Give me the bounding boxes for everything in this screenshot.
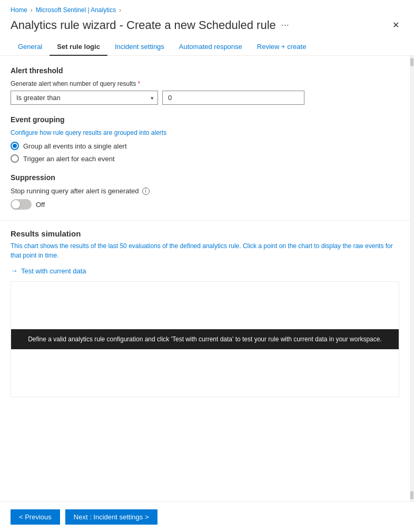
- suppression-label: Stop running query after alert is genera…: [11, 187, 139, 195]
- radio-group-all[interactable]: Group all events into a single alert: [11, 142, 399, 150]
- radio-trigger-each-indicator: [11, 154, 19, 163]
- info-icon[interactable]: i: [142, 188, 150, 195]
- page-title-bar: Analytics rule wizard - Create a new Sch…: [0, 16, 414, 38]
- toggle-knob: [12, 200, 20, 209]
- tabs-bar: General Set rule logic Incident settings…: [0, 38, 414, 56]
- breadcrumb-sep-2: ›: [118, 7, 122, 13]
- radio-trigger-each[interactable]: Trigger an alert for each event: [11, 154, 399, 163]
- toggle-row: Off: [11, 199, 399, 210]
- results-simulation-section: Results simulation This chart shows the …: [11, 229, 399, 397]
- breadcrumb: Home › Microsoft Sentinel | Analytics ›: [0, 0, 414, 16]
- results-desc-highlight: last 50 evaluations: [108, 242, 160, 250]
- test-with-current-data-link[interactable]: → Test with current data: [11, 267, 399, 275]
- content-area: Alert threshold Generate alert when numb…: [0, 56, 410, 501]
- breadcrumb-sep-1: ›: [29, 7, 34, 13]
- scrollbar-thumb-top[interactable]: [410, 58, 413, 66]
- required-marker: *: [137, 80, 140, 87]
- tab-automated-response[interactable]: Automated response: [172, 38, 250, 56]
- suppression-title: Suppression: [11, 173, 399, 182]
- breadcrumb-sentinel[interactable]: Microsoft Sentinel | Analytics: [36, 6, 116, 14]
- event-grouping-title: Event grouping: [11, 115, 399, 124]
- chart-message: Define a valid analytics rule configurat…: [11, 329, 399, 349]
- tab-set-rule-logic[interactable]: Set rule logic: [50, 38, 107, 56]
- radio-group-all-label: Group all events into a single alert: [23, 142, 127, 150]
- previous-button[interactable]: < Previous: [11, 509, 60, 525]
- tab-review-create[interactable]: Review + create: [250, 38, 314, 56]
- breadcrumb-home[interactable]: Home: [11, 6, 27, 14]
- main-content: Alert threshold Generate alert when numb…: [0, 56, 414, 501]
- event-grouping-options: Group all events into a single alert Tri…: [11, 142, 399, 163]
- suppression-toggle[interactable]: [11, 199, 32, 210]
- threshold-number-input[interactable]: [162, 91, 304, 105]
- next-button[interactable]: Next : Incident settings >: [65, 509, 157, 525]
- arrow-right-icon: →: [11, 267, 18, 275]
- suppression-section: Suppression Stop running query after ale…: [11, 173, 399, 210]
- threshold-dropdown[interactable]: Is greater than Is less than Is equal to…: [11, 91, 158, 105]
- threshold-row: Is greater than Is less than Is equal to…: [11, 91, 399, 105]
- ellipsis-menu-button[interactable]: ···: [281, 19, 289, 31]
- chart-container: Define a valid analytics rule configurat…: [11, 281, 399, 397]
- test-link-label: Test with current data: [21, 267, 86, 275]
- toggle-state-label: Off: [36, 201, 45, 209]
- results-simulation-desc: This chart shows the results of the last…: [11, 241, 399, 260]
- alert-threshold-title: Alert threshold: [11, 66, 399, 75]
- scrollbar-track[interactable]: [410, 56, 414, 501]
- section-divider: [0, 220, 410, 221]
- bottom-spacer: [11, 408, 399, 418]
- suppression-row: Stop running query after alert is genera…: [11, 187, 399, 195]
- page-title: Analytics rule wizard - Create a new Sch…: [11, 18, 276, 32]
- footer: < Previous Next : Incident settings >: [0, 501, 414, 532]
- tab-incident-settings[interactable]: Incident settings: [107, 38, 172, 56]
- event-grouping-section: Event grouping Configure how rule query …: [11, 115, 399, 163]
- results-desc-part1: This chart shows the results of the: [11, 242, 106, 250]
- radio-group-all-indicator: [11, 142, 19, 150]
- event-grouping-helper: Configure how rule query results are gro…: [11, 129, 399, 136]
- scrollbar-thumb-bottom[interactable]: [410, 491, 413, 499]
- alert-threshold-section: Alert threshold Generate alert when numb…: [11, 66, 399, 105]
- radio-trigger-each-label: Trigger an alert for each event: [23, 155, 115, 163]
- threshold-field-label: Generate alert when number of query resu…: [11, 80, 399, 87]
- close-button[interactable]: ✕: [388, 18, 403, 32]
- tab-general[interactable]: General: [11, 38, 50, 56]
- threshold-select-wrapper: Is greater than Is less than Is equal to…: [11, 91, 158, 105]
- results-simulation-title: Results simulation: [11, 229, 399, 238]
- page-wrapper: Home › Microsoft Sentinel | Analytics › …: [0, 0, 414, 532]
